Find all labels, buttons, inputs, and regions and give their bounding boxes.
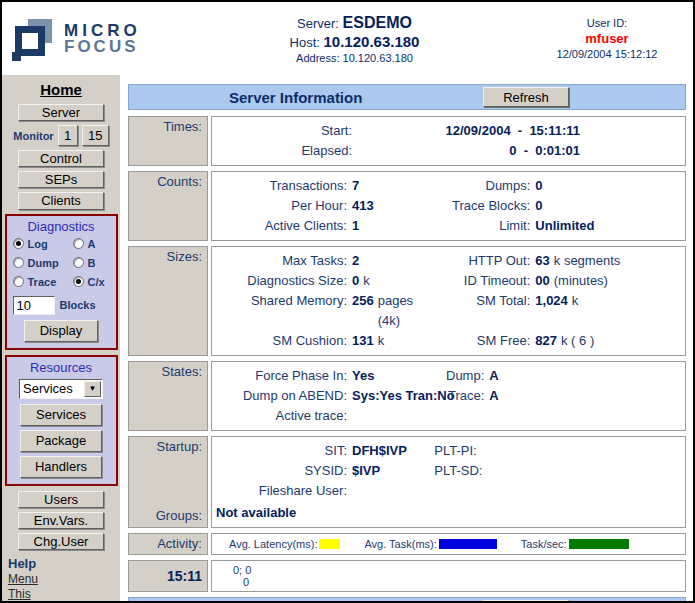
radio-log[interactable]: Log	[13, 238, 73, 250]
pair-label: SIT:	[212, 441, 347, 461]
startup-section: Startup: Groups: SIT: DFH$IVP PLT-PI:	[128, 436, 686, 528]
pair-label: Dumps:	[434, 176, 530, 196]
dropdown-arrow-icon[interactable]: ▼	[84, 381, 101, 397]
seps-button[interactable]: SEPs	[18, 171, 104, 188]
radio-trace[interactable]: Trace	[13, 276, 73, 288]
task-sec-color-swatch	[569, 539, 629, 549]
refresh-button-bottom[interactable]: Refresh	[483, 600, 569, 601]
pair-label: Dump:	[434, 366, 484, 386]
start-time-row: Start: 12/09/2004 - 15:11:11	[212, 121, 685, 141]
times-section: Times: Start: 12/09/2004 - 15:11:11 Elap…	[128, 116, 686, 166]
pair-value: 1	[352, 216, 359, 236]
pair-suffix: pages (4k)	[378, 291, 435, 331]
times-content: Start: 12/09/2004 - 15:11:11 Elapsed: 0 …	[211, 116, 686, 166]
states-content: Force Phase In: Yes Dump: A Dump on ABEN…	[211, 361, 686, 431]
radio-a-label: A	[88, 238, 96, 250]
groups-label: Groups:	[156, 508, 202, 523]
elapsed-time-row: Elapsed: 0 - 0:01:01	[212, 141, 685, 161]
radio-b-control[interactable]	[73, 257, 84, 268]
activity-time-section: 15:11 0; 0 0	[128, 560, 686, 592]
pair-label: Fileshare User:	[212, 481, 347, 501]
states-line-1: Force Phase In: Yes Dump: A	[212, 366, 685, 386]
pair-plt-sd: PLT-SD:	[434, 461, 685, 481]
radio-trace-control[interactable]	[13, 276, 24, 287]
task-color-swatch	[439, 539, 497, 549]
radio-dump[interactable]: Dump	[13, 257, 73, 269]
chg-user-button[interactable]: Chg.User	[18, 533, 104, 550]
clients-button[interactable]: Clients	[18, 192, 104, 209]
radio-trace-label: Trace	[28, 276, 57, 288]
package-button[interactable]: Package	[20, 430, 102, 452]
pair-label: SM Cushion:	[212, 331, 347, 351]
handlers-button[interactable]: Handlers	[20, 456, 102, 478]
address-label: Address:	[296, 52, 339, 64]
users-button[interactable]: Users	[18, 491, 104, 508]
services-button[interactable]: Services	[20, 404, 102, 426]
partial-link-this[interactable]: This	[8, 587, 31, 601]
counts-line-3: Active Clients: 1 Limit: Unlimited	[212, 216, 685, 236]
home-link[interactable]: Home	[40, 81, 82, 98]
sizes-line-2: Diagnostics Size: 0 k ID Timeout: 00 (mi…	[212, 271, 685, 291]
pair-label: PLT-PI:	[434, 441, 476, 461]
pair-label: HTTP Out:	[434, 251, 530, 271]
address-value: 10.120.63.180	[343, 52, 413, 64]
logo-text-focus: FOCUS	[64, 39, 141, 55]
pair-label: SYSID:	[212, 461, 347, 481]
pair-fileshare-user: Fileshare User:	[212, 481, 434, 501]
legend-label: Avg. Task(ms):	[364, 538, 436, 550]
states-line-3: Active trace:	[212, 406, 685, 426]
user-info: User ID: mfuser 12/09/2004 15:12:12	[527, 17, 687, 60]
control-button[interactable]: Control	[18, 150, 104, 167]
groups-value: Not available	[212, 503, 685, 523]
monitor-15-button[interactable]: 15	[82, 125, 109, 146]
radio-a[interactable]: A	[73, 238, 115, 250]
sizes-line-1: Max Tasks: 2 HTTP Out: 63 k segments	[212, 251, 685, 271]
radio-dump-control[interactable]	[13, 257, 24, 268]
user-id-value: mfuser	[527, 31, 687, 46]
radio-log-label: Log	[28, 238, 48, 250]
refresh-button-top[interactable]: Refresh	[483, 87, 569, 107]
states-section: States: Force Phase In: Yes Dump: A	[128, 361, 686, 431]
monitor-1-button[interactable]: 1	[58, 125, 78, 146]
times-row-label: Times:	[128, 116, 208, 166]
es-admin-window: MICRO FOCUS Server: ESDEMO Host: 10.120.…	[0, 0, 695, 603]
pair-force-phase-in: Force Phase In: Yes	[212, 366, 434, 386]
radio-a-control[interactable]	[73, 238, 84, 249]
page-title-top: Server Information	[229, 89, 362, 106]
activity-value-line-2: 0	[212, 576, 685, 588]
server-button[interactable]: Server	[18, 104, 104, 121]
blocks-input[interactable]	[13, 296, 55, 315]
micro-focus-logo: MICRO FOCUS	[12, 16, 182, 62]
pair-label: SM Free:	[434, 331, 530, 351]
counts-line-2: Per Hour: 413 Trace Blocks: 0	[212, 196, 685, 216]
pair-label: Shared Memory:	[212, 291, 347, 331]
pair-value: 00	[535, 271, 549, 291]
radio-b[interactable]: B	[73, 257, 115, 269]
pair-value: A	[489, 386, 498, 406]
pair-transactions: Transactions: 7	[212, 176, 434, 196]
pair-sysid: SYSID: $IVP	[212, 461, 434, 481]
pair-value: 63	[535, 251, 549, 271]
server-identity: Server: ESDEMO Host: 10.120.63.180 Addre…	[182, 14, 527, 64]
blocks-label: Blocks	[60, 299, 96, 311]
pair-id-timeout: ID Timeout: 00 (minutes)	[434, 271, 685, 291]
display-button[interactable]: Display	[24, 320, 98, 342]
menu-link[interactable]: Menu	[8, 572, 38, 586]
body: Home Server Monitor 1 15 Control SEPs Cl…	[2, 75, 693, 601]
header: MICRO FOCUS Server: ESDEMO Host: 10.120.…	[2, 2, 693, 75]
pair-label: Trace Blocks:	[434, 196, 530, 216]
start-label: Start:	[212, 121, 352, 141]
pair-suffix: k segments	[554, 251, 620, 271]
radio-log-control[interactable]	[13, 238, 24, 249]
radio-cx-control[interactable]	[73, 276, 84, 287]
radio-b-label: B	[88, 257, 96, 269]
pair-label: ID Timeout:	[434, 271, 530, 291]
resources-select[interactable]: Services ▼	[19, 379, 103, 399]
pair-shared-memory: Shared Memory: 256 pages (4k)	[212, 291, 434, 331]
pair-value: Yes	[352, 366, 374, 386]
legend-task-per-sec: Task/sec:	[521, 538, 629, 550]
env-vars-button[interactable]: Env.Vars.	[18, 512, 104, 529]
activity-values: 0; 0 0	[211, 560, 686, 592]
radio-cx[interactable]: C/x	[73, 276, 115, 288]
header-timestamp: 12/09/2004 15:12:12	[527, 48, 687, 60]
